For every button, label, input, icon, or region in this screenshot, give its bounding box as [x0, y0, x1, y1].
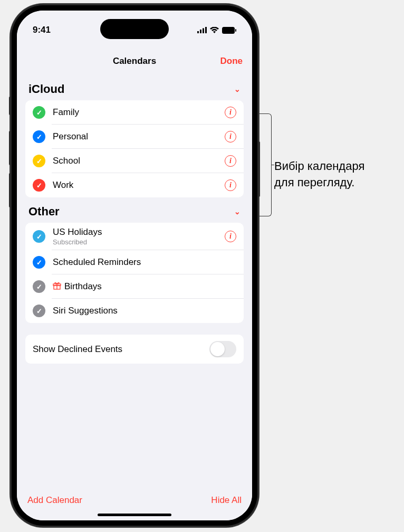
- check-circle: ✓: [33, 130, 45, 143]
- checkmark-icon: ✓: [36, 182, 42, 189]
- callout-bracket: [258, 113, 272, 216]
- svg-rect-1: [200, 30, 201, 33]
- calendar-row-work[interactable]: ✓ Work i: [25, 173, 244, 197]
- checkmark-icon: ✓: [36, 283, 42, 291]
- check-circle: ✓: [33, 106, 45, 119]
- calendar-row-scheduled-reminders[interactable]: ✓ Scheduled Reminders: [25, 250, 244, 274]
- sheet-header: Calendars Done: [17, 48, 252, 75]
- callout-line-2: для перегляду.: [274, 176, 354, 189]
- settings-group: Show Declined Events: [25, 335, 244, 364]
- cellular-icon: [197, 27, 207, 33]
- add-calendar-button[interactable]: Add Calendar: [27, 495, 82, 506]
- info-button[interactable]: i: [225, 231, 236, 242]
- home-indicator: [98, 514, 171, 516]
- check-circle: ✓: [33, 256, 45, 269]
- svg-rect-5: [235, 29, 236, 32]
- calendar-label-group: US Holidays Subscribed: [53, 227, 225, 246]
- section-title: Other: [28, 205, 60, 218]
- svg-rect-4: [222, 27, 235, 34]
- chevron-down-icon: ⌄: [234, 85, 241, 93]
- toggle-knob: [210, 342, 225, 356]
- gift-icon: [53, 281, 61, 292]
- svg-rect-3: [205, 27, 207, 33]
- calendar-row-family[interactable]: ✓ Family i: [25, 100, 244, 125]
- calendar-row-birthdays[interactable]: ✓ Birthdays: [25, 274, 244, 299]
- calendar-label: Family: [53, 107, 225, 118]
- section-title: iCloud: [28, 82, 64, 96]
- sheet-content: iCloud ⌄ ✓ Family i ✓ Personal i: [17, 75, 252, 487]
- calendar-row-school[interactable]: ✓ School i: [25, 149, 244, 173]
- calendar-label: Personal: [53, 131, 225, 142]
- calendar-label: Birthdays: [64, 281, 102, 292]
- calendar-subtitle: Subscribed: [53, 238, 225, 246]
- check-circle: ✓: [33, 179, 45, 192]
- check-circle: ✓: [33, 155, 45, 167]
- volume-down-button: [9, 173, 11, 207]
- svg-rect-0: [197, 31, 199, 33]
- check-circle: ✓: [33, 305, 45, 317]
- calendar-row-siri-suggestions[interactable]: ✓ Siri Suggestions: [25, 299, 244, 323]
- calendar-label: School: [53, 156, 225, 166]
- icloud-calendar-list: ✓ Family i ✓ Personal i ✓ School i: [25, 100, 244, 197]
- info-button[interactable]: i: [225, 131, 236, 142]
- check-circle: ✓: [33, 230, 45, 243]
- silent-switch: [9, 97, 11, 115]
- callout-text: Вибір календаря для перегляду.: [274, 158, 364, 191]
- status-icons: [197, 27, 236, 34]
- calendars-sheet: Calendars Done iCloud ⌄ ✓ Family i ✓: [17, 48, 252, 520]
- section-header-icloud[interactable]: iCloud ⌄: [25, 75, 244, 100]
- calendar-label: US Holidays: [53, 227, 225, 238]
- status-time: 9:41: [33, 25, 51, 35]
- checkmark-icon: ✓: [36, 233, 42, 241]
- wifi-icon: [210, 27, 219, 33]
- info-button[interactable]: i: [225, 155, 236, 167]
- checkmark-icon: ✓: [36, 109, 42, 117]
- done-button[interactable]: Done: [220, 56, 243, 66]
- check-circle: ✓: [33, 280, 45, 293]
- toggle-label: Show Declined Events: [33, 344, 122, 355]
- calendar-label: Siri Suggestions: [53, 306, 236, 316]
- checkmark-icon: ✓: [36, 157, 42, 165]
- volume-up-button: [9, 131, 11, 165]
- calendar-row-us-holidays[interactable]: ✓ US Holidays Subscribed i: [25, 223, 244, 250]
- calendar-label: Scheduled Reminders: [53, 257, 236, 268]
- battery-icon: [222, 27, 236, 34]
- checkmark-icon: ✓: [36, 307, 42, 315]
- chevron-down-icon: ⌄: [234, 207, 241, 216]
- callout-line-1: Вибір календаря: [274, 159, 364, 173]
- other-calendar-list: ✓ US Holidays Subscribed i ✓ Scheduled R…: [25, 223, 244, 323]
- phone-frame: 9:41 Calendars Done iCloud ⌄ ✓: [11, 4, 258, 527]
- checkmark-icon: ✓: [36, 259, 42, 267]
- calendar-label: Work: [53, 180, 225, 191]
- section-header-other[interactable]: Other ⌄: [25, 197, 244, 223]
- sheet-title: Calendars: [113, 56, 156, 66]
- info-button[interactable]: i: [225, 107, 236, 118]
- screen: 9:41 Calendars Done iCloud ⌄ ✓: [17, 11, 252, 520]
- dynamic-island: [100, 19, 169, 39]
- show-declined-row: Show Declined Events: [25, 335, 244, 364]
- svg-rect-2: [203, 28, 204, 34]
- calendar-label-group: Birthdays: [53, 281, 236, 292]
- calendar-row-personal[interactable]: ✓ Personal i: [25, 125, 244, 149]
- show-declined-toggle[interactable]: [209, 341, 236, 357]
- info-button[interactable]: i: [225, 179, 236, 191]
- hide-all-button[interactable]: Hide All: [211, 495, 242, 506]
- checkmark-icon: ✓: [36, 133, 42, 141]
